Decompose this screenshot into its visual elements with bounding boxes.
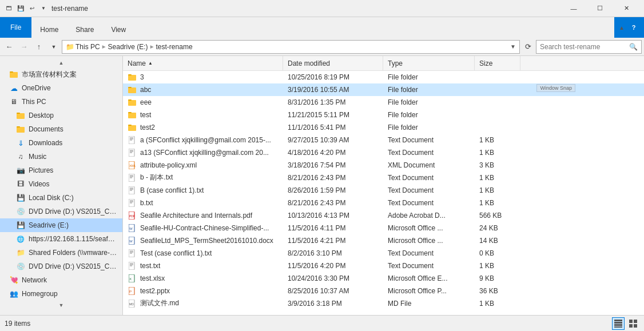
table-row[interactable]: test2 11/1/2016 5:41 PM File folder (123, 121, 644, 134)
file-name: b.txt (140, 199, 153, 207)
table-row[interactable]: b - 副本.txt 8/21/2016 2:43 PM Text Docume… (123, 172, 644, 184)
sidebar-item-desktop[interactable]: Desktop (0, 109, 122, 122)
tab-view[interactable]: View (102, 21, 134, 38)
col-header-date[interactable]: Date modified (283, 56, 383, 70)
file-type: XML Document (388, 161, 435, 169)
sidebar-item-downloads[interactable]: ⇓ Downloads (0, 136, 122, 150)
table-row[interactable]: MD 测试文件.md 3/9/2016 3:18 PM MD File 1 KB (123, 297, 644, 310)
svg-rect-5 (17, 126, 20, 127)
table-row[interactable]: b.txt 8/21/2016 2:43 PM Text Document 1 … (123, 197, 644, 209)
table-row[interactable]: W SeafileLtd_MPS_TermSheet20161010.docx … (123, 234, 644, 247)
table-row[interactable]: W Seafile-HU-Contract-Chinese-Simplified… (123, 222, 644, 234)
word-icon: W (128, 236, 137, 245)
breadcrumb-seadrive[interactable]: Seadrive (E:) (108, 43, 148, 51)
ribbon-collapse-arrow[interactable]: ▲ (619, 25, 625, 31)
title-icon-undo[interactable]: ↩ (27, 4, 37, 13)
search-icon: 🔍 (629, 43, 638, 51)
up-button[interactable]: ↑ (32, 40, 46, 54)
window-snap-badge: Window Snap (536, 84, 575, 92)
table-row[interactable]: test.txt 11/5/2016 4:20 PM Text Document… (123, 260, 644, 272)
file-type: Text Document (388, 249, 434, 257)
breadcrumb-pc[interactable]: This PC (75, 43, 100, 51)
table-row[interactable]: a13 (SFConflict xjqkilling@gmail.com 20.… (123, 146, 644, 159)
table-row[interactable]: X test.xlsx 10/24/2016 3:30 PM Microsoft… (123, 272, 644, 285)
sidebar-scroll-down[interactable]: ▼ (0, 301, 122, 310)
file-date: 8/21/2016 2:43 PM (288, 174, 345, 182)
folder-icon: 📁 (66, 43, 74, 51)
svg-text:W: W (129, 227, 133, 230)
title-icon-2[interactable]: 💾 (16, 4, 25, 13)
table-row[interactable]: test 11/21/2015 5:11 PM File folder (123, 109, 644, 121)
file-date: 8/26/2016 1:59 PM (288, 186, 345, 194)
folder-icon (128, 73, 137, 82)
sidebar-item-documents[interactable]: Documents (0, 122, 122, 136)
table-row[interactable]: B (case conflict 1).txt 8/26/2016 1:59 P… (123, 184, 644, 197)
title-bar-controls: ― ☐ ✕ (560, 0, 639, 17)
sidebar-label-this-pc: This PC (22, 98, 46, 106)
file-date: 3/18/2016 7:54 PM (288, 161, 345, 169)
col-header-name[interactable]: Name ▲ (123, 56, 283, 70)
sidebar-item-music[interactable]: ♫ Music (0, 150, 122, 163)
recent-button[interactable]: ▼ (47, 40, 61, 54)
sidebar-label-pictures: Pictures (29, 166, 53, 174)
sidebar-item-network[interactable]: 💘 Network (0, 273, 122, 287)
search-bar[interactable]: 🔍 (536, 40, 642, 54)
dvd2-icon: 💿 (16, 262, 25, 271)
file-type: Microsoft Office ... (388, 237, 443, 245)
file-name: B (case conflict 1).txt (140, 186, 204, 194)
sidebar-item-videos[interactable]: 🎞 Videos (0, 177, 122, 191)
sidebar-item-local-disk[interactable]: 💾 Local Disk (C:) (0, 191, 122, 205)
table-row[interactable]: 3 10/25/2016 8:19 PM File folder (123, 71, 644, 83)
sidebar-item-shared-folders[interactable]: 📁 Shared Folders (\\vmware-ho... (0, 246, 122, 260)
music-icon: ♫ (16, 152, 25, 161)
maximize-button[interactable]: ☐ (587, 0, 613, 17)
sidebar-item-dvd2[interactable]: 💿 DVD Drive (D:) VS2015_COM_E... (0, 260, 122, 273)
sidebar-item-seadrive[interactable]: 💾 Seadrive (E:) (0, 218, 122, 232)
table-row[interactable]: P test2.pptx 8/25/2016 10:37 AM Microsof… (123, 285, 644, 297)
sidebar-label-desktop: Desktop (29, 111, 54, 119)
minimize-button[interactable]: ― (560, 0, 587, 17)
table-row[interactable]: Test (case conflict 1).txt 8/2/2016 3:10… (123, 247, 644, 260)
close-button[interactable]: ✕ (613, 0, 639, 17)
desktop-icon (16, 111, 25, 120)
back-button[interactable]: ← (2, 40, 16, 54)
tab-share[interactable]: Share (67, 21, 102, 38)
address-dropdown-btn[interactable]: ▼ (510, 43, 516, 50)
sidebar-item-homegroup[interactable]: 👥 Homegroup (0, 287, 122, 301)
col-header-type[interactable]: Type (383, 56, 475, 70)
address-bar[interactable]: 📁 This PC ► Seadrive (E:) ► test-rename … (62, 40, 520, 54)
forward-button[interactable]: → (17, 40, 31, 54)
sidebar-label-music: Music (29, 153, 46, 161)
file-button[interactable]: File (0, 17, 31, 38)
search-input[interactable] (540, 43, 627, 51)
nav-bar: ← → ↑ ▼ 📁 This PC ► Seadrive (E:) ► test… (0, 38, 644, 56)
file-type: Text Document (388, 174, 434, 182)
txt-icon (128, 135, 137, 145)
sidebar-item-top-folder[interactable]: 市场宣传材料文案 (0, 67, 122, 81)
col-header-size[interactable]: Size (475, 56, 520, 70)
sidebar-item-seafile-url[interactable]: 🌐 https://192.168.1.115/seafda... (0, 232, 122, 246)
file-name: attribute-policy.xml (140, 161, 197, 169)
help-button[interactable]: ? (628, 22, 639, 33)
sidebar-item-this-pc[interactable]: 🖥 This PC (0, 95, 122, 109)
title-icon-drop[interactable]: ▼ (39, 4, 48, 13)
table-row[interactable]: PDF Seafile Architecture and Internals.p… (123, 209, 644, 222)
sidebar-item-onedrive[interactable]: ☁ OneDrive (0, 81, 122, 95)
table-row[interactable]: a (SFConflict xjqkilling@gmail.com 2015-… (123, 134, 644, 146)
details-view-button[interactable] (612, 317, 625, 330)
sidebar-item-pictures[interactable]: 📷 Pictures (0, 163, 122, 177)
svg-rect-58 (614, 320, 622, 321)
sidebar-scroll-up[interactable]: ▲ (0, 58, 122, 67)
table-row[interactable]: eee 8/31/2016 1:35 PM File folder (123, 96, 644, 109)
svg-rect-14 (128, 125, 136, 131)
txt-icon (128, 261, 137, 270)
table-row[interactable]: abc 3/19/2016 10:55 AM File folder Windo… (123, 83, 644, 96)
breadcrumb-current: test-rename (156, 43, 193, 51)
sidebar-item-dvd[interactable]: 💿 DVD Drive (D:) VS2015_COM_... (0, 205, 122, 218)
downloads-icon: ⇓ (16, 138, 25, 147)
tab-home[interactable]: Home (31, 21, 67, 38)
title-icon-1[interactable]: 🗔 (5, 4, 14, 13)
large-icons-view-button[interactable] (627, 317, 639, 330)
refresh-button[interactable]: ⟳ (521, 40, 535, 54)
table-row[interactable]: XML attribute-policy.xml 3/18/2016 7:54 … (123, 159, 644, 172)
